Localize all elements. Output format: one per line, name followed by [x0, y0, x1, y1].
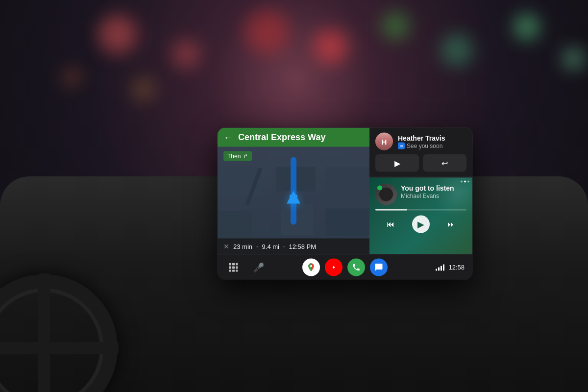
signal-bar-3: [441, 266, 442, 270]
messages-app-icon[interactable]: [370, 258, 388, 276]
signal-strength: [436, 264, 444, 270]
music-controls: ⏮ ▶ ⏭: [375, 216, 466, 233]
svg-point-9: [310, 265, 312, 267]
then-label: Then: [227, 153, 241, 160]
music-card: You got to listen Michael Evans ⏮ ▶ ⏭: [369, 178, 472, 254]
eta-time: 23 min: [233, 243, 252, 250]
main-content: ← Central Express Way Then ↱ ✕ 23 min • …: [218, 128, 472, 254]
turn-arrow: ←: [223, 132, 233, 143]
eta-bar: ✕ 23 min • 9.4 mi • 12:58 PM: [218, 239, 369, 254]
signal-bar-2: [438, 267, 440, 270]
bottom-bar: 🎤: [218, 254, 472, 280]
close-icon[interactable]: ✕: [223, 243, 229, 250]
album-art: [375, 184, 397, 205]
map-block: [325, 167, 369, 194]
svg-rect-4: [232, 266, 235, 269]
message-actions: ▶ ↩: [375, 154, 466, 172]
dot-1: [461, 181, 463, 183]
separator2: •: [283, 244, 285, 249]
message-preview-row: ✉ See you soon: [398, 143, 466, 149]
map-panel[interactable]: ← Central Express Way Then ↱ ✕ 23 min • …: [218, 128, 369, 254]
service-indicator: [377, 186, 382, 191]
svg-rect-2: [236, 263, 238, 265]
dot-2: [464, 181, 466, 183]
svg-rect-3: [229, 266, 231, 269]
eta-distance: 9.4 mi: [262, 243, 279, 250]
signal-bar-4: [443, 264, 444, 270]
bottom-left: 🎤: [225, 259, 302, 275]
vehicle-position: [287, 191, 300, 203]
svg-rect-5: [236, 266, 238, 269]
message-preview: See you soon: [407, 143, 442, 149]
progress-fill: [375, 209, 407, 211]
music-title: You got to listen: [401, 184, 466, 193]
message-card: H Heather Travis ✉ See you soon ▶ ↩: [369, 128, 472, 177]
contact-name: Heather Travis: [398, 133, 466, 142]
navigation-header: ← Central Express Way: [218, 128, 369, 147]
svg-rect-8: [236, 270, 238, 271]
avatar: H: [375, 133, 393, 150]
progress-bar: [375, 209, 466, 211]
svg-rect-1: [232, 263, 235, 265]
play-message-button[interactable]: ▶: [375, 154, 419, 172]
map-block: [281, 204, 313, 236]
street-name: Central Express Way: [238, 132, 325, 143]
previous-button[interactable]: ⏮: [382, 216, 399, 233]
next-button[interactable]: ⏭: [442, 216, 460, 233]
signal-bar-1: [436, 269, 437, 270]
svg-rect-6: [229, 270, 231, 271]
separator: •: [256, 244, 258, 249]
android-auto-screen: ← Central Express Way Then ↱ ✕ 23 min • …: [218, 128, 472, 280]
map-block: [218, 211, 252, 241]
music-info: You got to listen Michael Evans: [401, 184, 466, 199]
reply-button[interactable]: ↩: [423, 154, 466, 172]
then-indicator: Then ↱: [223, 151, 252, 161]
then-arrow: ↱: [243, 153, 248, 160]
apps-grid-button[interactable]: [225, 259, 241, 275]
clock-display: 12:58: [448, 264, 465, 271]
svg-rect-7: [232, 270, 235, 271]
youtube-music-icon[interactable]: [325, 258, 343, 276]
phone-app-icon[interactable]: [347, 258, 365, 276]
music-artist: Michael Evans: [401, 193, 466, 199]
svg-rect-0: [229, 263, 231, 265]
maps-app-icon[interactable]: [302, 258, 320, 276]
music-top: You got to listen Michael Evans: [375, 184, 466, 205]
avatar-initial: H: [382, 137, 387, 146]
eta-clock: 12:58 PM: [289, 243, 316, 250]
bottom-center-apps: [302, 258, 388, 276]
steering-wheel: [0, 274, 118, 392]
play-pause-button[interactable]: ▶: [412, 216, 430, 233]
message-icon: ✉: [398, 143, 405, 149]
message-header: H Heather Travis ✉ See you soon: [375, 133, 466, 150]
microphone-button[interactable]: 🎤: [251, 259, 267, 275]
dot-3: [467, 181, 469, 183]
bottom-right: 12:58: [388, 264, 465, 271]
right-panel: H Heather Travis ✉ See you soon ▶ ↩: [369, 128, 472, 254]
progress-dots: [461, 181, 469, 183]
message-info: Heather Travis ✉ See you soon: [398, 133, 466, 149]
map-block: [325, 209, 369, 236]
